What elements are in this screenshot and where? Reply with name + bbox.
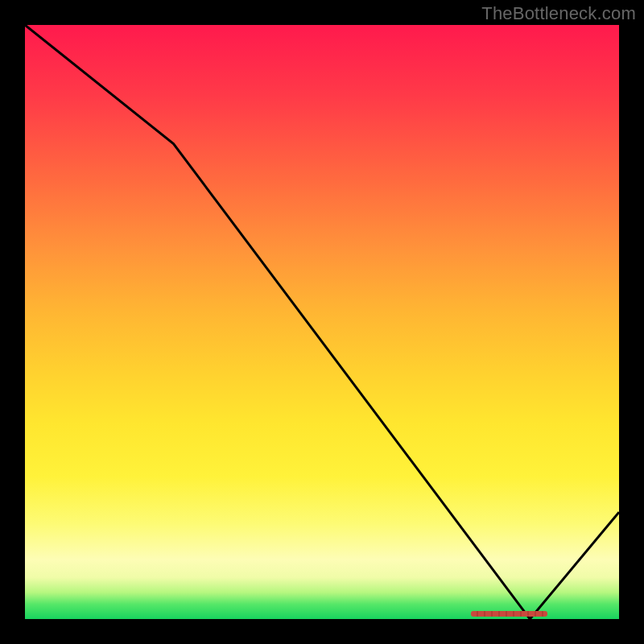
valley-marker [471, 611, 548, 617]
chart-canvas: TheBottleneck.com [0, 0, 644, 644]
watermark-text: TheBottleneck.com [481, 3, 636, 24]
bottleneck-line [25, 25, 619, 619]
line-overlay [25, 25, 619, 619]
plot-area [25, 25, 619, 619]
